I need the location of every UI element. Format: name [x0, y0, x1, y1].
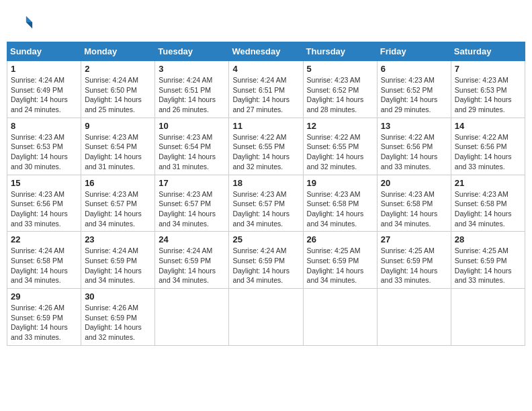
- calendar-cell: [229, 289, 303, 346]
- day-number: 8: [11, 121, 77, 131]
- day-number: 14: [455, 121, 521, 131]
- day-info: Sunrise: 4:25 AMSunset: 6:59 PMDaylight:…: [455, 246, 521, 285]
- day-number: 13: [381, 121, 447, 131]
- day-info: Sunrise: 4:25 AMSunset: 6:59 PMDaylight:…: [381, 246, 447, 285]
- calendar-week-4: 22Sunrise: 4:24 AMSunset: 6:58 PMDayligh…: [7, 232, 525, 289]
- day-number: 9: [85, 121, 151, 131]
- day-info: Sunrise: 4:24 AMSunset: 6:59 PMDaylight:…: [159, 246, 225, 285]
- calendar-cell: 23Sunrise: 4:24 AMSunset: 6:59 PMDayligh…: [81, 232, 155, 289]
- day-info: Sunrise: 4:22 AMSunset: 6:56 PMDaylight:…: [455, 132, 521, 172]
- calendar-week-1: 1Sunrise: 4:24 AMSunset: 6:49 PMDaylight…: [7, 61, 525, 118]
- calendar-cell: 25Sunrise: 4:24 AMSunset: 6:59 PMDayligh…: [229, 232, 303, 289]
- calendar-week-3: 15Sunrise: 4:23 AMSunset: 6:56 PMDayligh…: [7, 175, 525, 232]
- day-info: Sunrise: 4:23 AMSunset: 6:57 PMDaylight:…: [159, 189, 225, 229]
- logo: [13, 13, 36, 35]
- day-number: 1: [11, 64, 77, 74]
- day-number: 7: [455, 64, 521, 74]
- day-number: 22: [11, 234, 77, 244]
- day-info: Sunrise: 4:23 AMSunset: 6:53 PMDaylight:…: [455, 75, 521, 115]
- calendar-cell: 6Sunrise: 4:23 AMSunset: 6:52 PMDaylight…: [377, 61, 451, 118]
- day-number: 4: [232, 64, 299, 74]
- day-number: 12: [307, 121, 373, 131]
- day-info: Sunrise: 4:23 AMSunset: 6:58 PMDaylight:…: [381, 189, 447, 229]
- day-number: 6: [381, 64, 447, 74]
- day-info: Sunrise: 4:24 AMSunset: 6:58 PMDaylight:…: [11, 246, 77, 285]
- calendar-week-2: 8Sunrise: 4:23 AMSunset: 6:53 PMDaylight…: [7, 118, 525, 175]
- header-wednesday: Wednesday: [229, 42, 303, 61]
- calendar-cell: 3Sunrise: 4:24 AMSunset: 6:51 PMDaylight…: [155, 61, 229, 118]
- day-info: Sunrise: 4:23 AMSunset: 6:53 PMDaylight:…: [11, 132, 77, 172]
- calendar-cell: 8Sunrise: 4:23 AMSunset: 6:53 PMDaylight…: [7, 118, 81, 175]
- day-number: 29: [11, 291, 77, 302]
- day-info: Sunrise: 4:24 AMSunset: 6:51 PMDaylight:…: [232, 75, 299, 115]
- day-info: Sunrise: 4:23 AMSunset: 6:58 PMDaylight:…: [307, 189, 373, 229]
- logo-icon: [15, 13, 34, 32]
- calendar-cell: 13Sunrise: 4:22 AMSunset: 6:56 PMDayligh…: [377, 118, 451, 175]
- day-info: Sunrise: 4:23 AMSunset: 6:54 PMDaylight:…: [159, 132, 225, 172]
- day-number: 17: [159, 178, 225, 188]
- day-number: 26: [307, 234, 373, 244]
- day-info: Sunrise: 4:24 AMSunset: 6:51 PMDaylight:…: [159, 75, 225, 115]
- calendar-cell: [303, 289, 377, 346]
- day-number: 25: [232, 234, 299, 244]
- header-tuesday: Tuesday: [155, 42, 229, 61]
- calendar-cell: 21Sunrise: 4:23 AMSunset: 6:58 PMDayligh…: [451, 175, 525, 232]
- day-number: 28: [455, 234, 521, 244]
- calendar-cell: 2Sunrise: 4:24 AMSunset: 6:50 PMDaylight…: [81, 61, 155, 118]
- day-number: 18: [232, 178, 299, 188]
- calendar-cell: 20Sunrise: 4:23 AMSunset: 6:58 PMDayligh…: [377, 175, 451, 232]
- day-info: Sunrise: 4:26 AMSunset: 6:59 PMDaylight:…: [85, 303, 151, 342]
- calendar-table: SundayMondayTuesdayWednesdayThursdayFrid…: [7, 42, 525, 346]
- calendar-cell: 1Sunrise: 4:24 AMSunset: 6:49 PMDaylight…: [7, 61, 81, 118]
- calendar-cell: [155, 289, 229, 346]
- day-info: Sunrise: 4:22 AMSunset: 6:55 PMDaylight:…: [232, 132, 299, 172]
- calendar-cell: 18Sunrise: 4:23 AMSunset: 6:57 PMDayligh…: [229, 175, 303, 232]
- calendar-cell: 26Sunrise: 4:25 AMSunset: 6:59 PMDayligh…: [303, 232, 377, 289]
- calendar-cell: [377, 289, 451, 346]
- day-info: Sunrise: 4:26 AMSunset: 6:59 PMDaylight:…: [11, 303, 77, 342]
- day-number: 19: [307, 178, 373, 188]
- calendar-cell: 11Sunrise: 4:22 AMSunset: 6:55 PMDayligh…: [229, 118, 303, 175]
- calendar-cell: 12Sunrise: 4:22 AMSunset: 6:55 PMDayligh…: [303, 118, 377, 175]
- day-info: Sunrise: 4:24 AMSunset: 6:50 PMDaylight:…: [85, 75, 151, 115]
- calendar-header-row: SundayMondayTuesdayWednesdayThursdayFrid…: [7, 42, 525, 61]
- calendar-cell: 14Sunrise: 4:22 AMSunset: 6:56 PMDayligh…: [451, 118, 525, 175]
- day-info: Sunrise: 4:24 AMSunset: 6:59 PMDaylight:…: [232, 246, 299, 285]
- page-header: [7, 7, 525, 42]
- header-sunday: Sunday: [7, 42, 81, 61]
- day-info: Sunrise: 4:23 AMSunset: 6:58 PMDaylight:…: [455, 189, 521, 229]
- day-info: Sunrise: 4:23 AMSunset: 6:57 PMDaylight:…: [232, 189, 299, 229]
- svg-marker-1: [26, 22, 32, 28]
- day-info: Sunrise: 4:23 AMSunset: 6:54 PMDaylight:…: [85, 132, 151, 172]
- calendar-cell: 9Sunrise: 4:23 AMSunset: 6:54 PMDaylight…: [81, 118, 155, 175]
- day-number: 5: [307, 64, 373, 74]
- day-number: 3: [159, 64, 225, 74]
- day-info: Sunrise: 4:22 AMSunset: 6:55 PMDaylight:…: [307, 132, 373, 172]
- calendar-cell: 7Sunrise: 4:23 AMSunset: 6:53 PMDaylight…: [451, 61, 525, 118]
- day-info: Sunrise: 4:23 AMSunset: 6:52 PMDaylight:…: [381, 75, 447, 115]
- calendar-cell: 29Sunrise: 4:26 AMSunset: 6:59 PMDayligh…: [7, 289, 81, 346]
- calendar-cell: 28Sunrise: 4:25 AMSunset: 6:59 PMDayligh…: [451, 232, 525, 289]
- day-info: Sunrise: 4:24 AMSunset: 6:59 PMDaylight:…: [85, 246, 151, 285]
- calendar-cell: 27Sunrise: 4:25 AMSunset: 6:59 PMDayligh…: [377, 232, 451, 289]
- calendar-cell: 30Sunrise: 4:26 AMSunset: 6:59 PMDayligh…: [81, 289, 155, 346]
- header-monday: Monday: [81, 42, 155, 61]
- day-number: 11: [232, 121, 299, 131]
- day-number: 20: [381, 178, 447, 188]
- calendar-week-5: 29Sunrise: 4:26 AMSunset: 6:59 PMDayligh…: [7, 289, 525, 346]
- calendar-cell: 15Sunrise: 4:23 AMSunset: 6:56 PMDayligh…: [7, 175, 81, 232]
- header-thursday: Thursday: [303, 42, 377, 61]
- day-number: 10: [159, 121, 225, 131]
- header-friday: Friday: [377, 42, 451, 61]
- calendar-cell: 19Sunrise: 4:23 AMSunset: 6:58 PMDayligh…: [303, 175, 377, 232]
- calendar-cell: 10Sunrise: 4:23 AMSunset: 6:54 PMDayligh…: [155, 118, 229, 175]
- calendar-cell: 4Sunrise: 4:24 AMSunset: 6:51 PMDaylight…: [229, 61, 303, 118]
- day-info: Sunrise: 4:25 AMSunset: 6:59 PMDaylight:…: [307, 246, 373, 285]
- day-number: 27: [381, 234, 447, 244]
- calendar-cell: 5Sunrise: 4:23 AMSunset: 6:52 PMDaylight…: [303, 61, 377, 118]
- day-number: 15: [11, 178, 77, 188]
- day-number: 23: [85, 234, 151, 244]
- calendar-cell: [451, 289, 525, 346]
- day-info: Sunrise: 4:23 AMSunset: 6:52 PMDaylight:…: [307, 75, 373, 115]
- calendar-cell: 17Sunrise: 4:23 AMSunset: 6:57 PMDayligh…: [155, 175, 229, 232]
